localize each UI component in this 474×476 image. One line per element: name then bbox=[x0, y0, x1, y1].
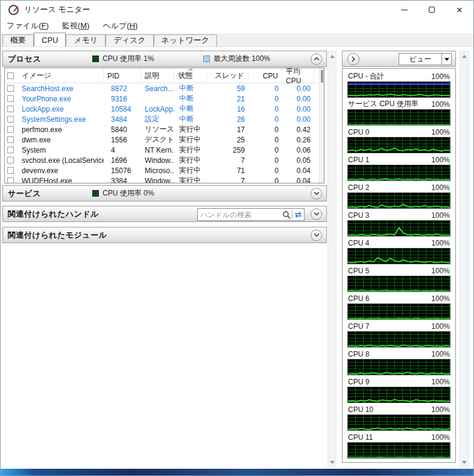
scroll-down-button[interactable] bbox=[328, 457, 336, 467]
row-checkbox[interactable] bbox=[7, 136, 14, 143]
table-row[interactable]: devenv.exe15076Microso...実行中7100.04 bbox=[5, 165, 324, 176]
handle-search-input[interactable] bbox=[198, 211, 282, 219]
cpu-trace bbox=[348, 110, 450, 125]
graph-scale-label: 100% bbox=[431, 405, 450, 414]
row-checkbox-cell bbox=[5, 106, 18, 112]
column-header-image[interactable]: イメージ bbox=[18, 68, 104, 83]
maximize-button[interactable] bbox=[418, 1, 446, 19]
services-cpu-legend: CPU 使用率 0% bbox=[92, 188, 154, 198]
row-checkbox[interactable] bbox=[7, 106, 14, 112]
table-row[interactable]: svchost.exe (LocalService -p)1696Window.… bbox=[5, 155, 324, 165]
cell-desc: 設定 bbox=[141, 114, 174, 124]
table-row[interactable]: perfmon.exe5840リソースと...実行中1700.42 bbox=[5, 124, 324, 135]
graph-title: CPU 4 bbox=[348, 239, 369, 247]
menu-item-2[interactable]: ヘルプ(H) bbox=[103, 21, 137, 31]
cell-cpu: 0 bbox=[248, 167, 282, 175]
cpu-trace bbox=[348, 360, 450, 375]
menu-item-1[interactable]: 監視(M) bbox=[62, 21, 90, 31]
row-checkbox[interactable] bbox=[7, 177, 14, 183]
services-expand-button[interactable] bbox=[311, 188, 322, 199]
column-header-threads[interactable]: スレッド bbox=[207, 68, 248, 83]
column-header-status[interactable]: 状態 bbox=[174, 68, 207, 83]
cpu-graph-unit: CPU 6100% bbox=[347, 293, 450, 320]
row-checkbox[interactable] bbox=[7, 157, 14, 163]
cell-status: 実行中 bbox=[174, 155, 207, 165]
window-title: リソース モニター bbox=[24, 4, 90, 15]
table-row[interactable]: LockApp.exe10584LockApp...中断1600.00 bbox=[5, 104, 324, 114]
cell-desc: デスクトッ... bbox=[141, 135, 174, 145]
scroll-down-button[interactable] bbox=[460, 457, 469, 467]
table-row[interactable]: System4NT Kern...実行中25900.06 bbox=[5, 145, 324, 155]
graph-label-row: CPU 5100% bbox=[347, 265, 450, 276]
table-row[interactable]: YourPhone.exe9316中断2100.00 bbox=[5, 94, 324, 104]
row-checkbox[interactable] bbox=[7, 116, 14, 122]
cpu-graph-unit: CPU 3100% bbox=[347, 210, 450, 236]
select-all-checkbox[interactable] bbox=[7, 72, 14, 79]
tab-メモリ[interactable]: メモリ bbox=[66, 34, 106, 46]
blue-legend-icon bbox=[203, 56, 210, 62]
column-header-cpu[interactable]: CPU bbox=[248, 68, 282, 83]
cell-desc: NT Kern... bbox=[141, 146, 174, 154]
menu-item-0[interactable]: ファイル(F) bbox=[7, 21, 49, 31]
minimize-button[interactable] bbox=[390, 1, 418, 19]
cell-status: 実行中 bbox=[174, 135, 207, 145]
search-icon[interactable] bbox=[282, 211, 291, 219]
table-row[interactable]: SystemSettings.exe3484設定中断2600.00 bbox=[5, 114, 324, 124]
cell-image: svchost.exe (LocalService -p) bbox=[18, 156, 104, 165]
scroll-up-button[interactable] bbox=[328, 51, 336, 61]
refresh-search-icon[interactable] bbox=[294, 211, 303, 219]
table-row[interactable]: WUDFHost.exe3384Window...実行中700.04 bbox=[5, 176, 324, 183]
graph-scale-label: 100% bbox=[431, 156, 450, 164]
tab-ネットワーク[interactable]: ネットワーク bbox=[154, 34, 218, 46]
view-button[interactable]: ビュー bbox=[399, 53, 452, 65]
tab-概要[interactable]: 概要 bbox=[2, 34, 34, 46]
tab-ディスク[interactable]: ディスク bbox=[106, 34, 153, 46]
row-checkbox[interactable] bbox=[7, 126, 14, 133]
green-legend-icon bbox=[92, 56, 99, 62]
cpu-graph-unit: CPU 10100% bbox=[347, 404, 450, 431]
close-icon: × bbox=[457, 5, 463, 15]
cell-desc: Window... bbox=[141, 156, 174, 165]
services-section-header[interactable]: サービス CPU 使用率 0% bbox=[2, 185, 327, 202]
cpu-usage-graph bbox=[347, 414, 450, 431]
modules-expand-button[interactable] bbox=[311, 229, 322, 241]
handles-section-header[interactable]: 関連付けられたハンドル bbox=[2, 206, 327, 222]
column-header-desc[interactable]: 説明 bbox=[141, 68, 174, 83]
row-checkbox[interactable] bbox=[7, 167, 14, 174]
scroll-up-button[interactable] bbox=[460, 51, 469, 61]
left-pane-scrollbar[interactable] bbox=[327, 51, 337, 468]
row-checkbox[interactable] bbox=[7, 95, 14, 102]
graphs-scrollbar[interactable] bbox=[460, 51, 469, 468]
modules-section-header[interactable]: 関連付けられたモジュール bbox=[2, 227, 327, 243]
table-row[interactable]: dwm.exe1556デスクトッ...実行中2500.26 bbox=[5, 135, 324, 145]
table-row[interactable]: SearchHost.exe8872Search...中断5900.00 bbox=[5, 83, 324, 94]
cpu-usage-legend-label: CPU 使用率 1% bbox=[103, 54, 154, 64]
process-section-header[interactable]: プロセス CPU 使用率 1% 最大周波数 100% bbox=[2, 51, 327, 67]
close-button[interactable]: × bbox=[446, 1, 473, 19]
cpu-usage-graph bbox=[347, 192, 450, 209]
graph-label-row: CPU 9100% bbox=[347, 376, 450, 387]
row-checkbox[interactable] bbox=[7, 147, 14, 153]
graphs-panel-collapse-button[interactable] bbox=[347, 53, 359, 65]
handles-expand-button[interactable] bbox=[311, 208, 322, 220]
view-dropdown-button[interactable] bbox=[441, 54, 451, 65]
cell-cpu: 0 bbox=[248, 146, 282, 154]
cell-pid: 10584 bbox=[104, 105, 141, 113]
cpu-graph-unit: CPU 1100% bbox=[347, 154, 450, 181]
process-table-scrollbar[interactable] bbox=[319, 68, 324, 183]
tab-CPU[interactable]: CPU bbox=[34, 33, 66, 46]
cpu-graph-unit: CPU 7100% bbox=[347, 321, 450, 347]
process-table-scrollbar-thumb[interactable] bbox=[321, 70, 323, 83]
column-header-pid[interactable]: PID bbox=[104, 68, 141, 83]
row-checkbox[interactable] bbox=[7, 85, 14, 92]
graph-title: CPU 1 bbox=[348, 156, 369, 164]
cell-pid: 1696 bbox=[104, 156, 141, 165]
cell-threads: 259 bbox=[207, 146, 248, 154]
column-header-avg[interactable]: 平均 CPU bbox=[282, 68, 314, 83]
cpu-trace bbox=[348, 138, 450, 153]
graph-label-row: CPU 4100% bbox=[347, 238, 450, 248]
cell-cpu: 0 bbox=[248, 84, 282, 93]
services-section-title: サービス bbox=[8, 188, 41, 199]
process-collapse-button[interactable] bbox=[311, 53, 322, 65]
cell-image: WUDFHost.exe bbox=[18, 177, 104, 184]
